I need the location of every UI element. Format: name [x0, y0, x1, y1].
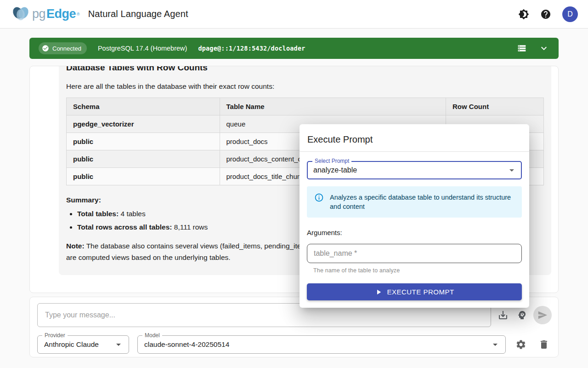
cell-schema: pgedge_vectorizer	[67, 115, 220, 133]
ai-tools-button[interactable]	[516, 310, 527, 321]
note-label: Note:	[66, 242, 85, 250]
arguments-label: Arguments:	[307, 229, 522, 236]
provider-select-value: Anthropic Claude	[44, 340, 113, 349]
prompt-description-text: Analyzes a specific database table to un…	[330, 193, 514, 211]
prompt-select[interactable]: Select Prompt analyze-table	[307, 161, 522, 179]
download-icon	[498, 310, 509, 321]
page-title: Natural Language Agent	[88, 9, 188, 19]
model-select-value: claude-sonnet-4-20250514	[144, 340, 490, 349]
summary-item-label: Total tables:	[77, 210, 119, 218]
logo-text-edge: Edge	[46, 7, 76, 21]
send-icon	[537, 310, 548, 320]
export-chat-button[interactable]	[498, 310, 509, 321]
send-button[interactable]	[533, 306, 552, 324]
column-header-row-count: Row Count	[446, 98, 544, 115]
model-select[interactable]: Model claude-sonnet-4-20250514	[137, 335, 506, 354]
arrow-dropdown-icon	[490, 339, 501, 350]
summary-item-value: 8,111 rows	[174, 223, 208, 231]
settings-button[interactable]	[515, 339, 526, 350]
summary-item-value: 4 tables	[120, 210, 145, 218]
theme-toggle-button[interactable]	[518, 9, 529, 20]
arrow-dropdown-icon	[506, 165, 517, 176]
help-button[interactable]	[540, 9, 551, 20]
table-name-input[interactable]	[307, 244, 522, 263]
execute-prompt-button[interactable]: EXECUTE PROMPT	[307, 283, 522, 300]
connection-status-label: Connected	[52, 45, 81, 52]
connection-bar: Connected PostgreSQL 17.4 (Homebrew) dpa…	[29, 38, 559, 59]
provider-select[interactable]: Provider Anthropic Claude	[37, 335, 129, 354]
clear-chat-button[interactable]	[538, 339, 549, 350]
dark-mode-icon	[518, 9, 529, 20]
execute-prompt-button-label: EXECUTE PROMPT	[387, 288, 454, 296]
app-header: pgEdge® Natural Language Agent D	[0, 0, 588, 29]
table-header-row: Schema Table Name Row Count	[67, 98, 544, 115]
provider-select-label: Provider	[42, 332, 68, 339]
server-version-label: PostgreSQL 17.4 (Homebrew)	[98, 45, 187, 52]
connection-string: dpage@::1/128:5432/docloader	[198, 45, 305, 52]
connection-collapse-button[interactable]	[538, 43, 549, 54]
chevron-down-icon	[538, 43, 549, 54]
connection-details-button[interactable]	[517, 44, 526, 53]
pgedge-logo: pgEdge®	[10, 5, 80, 23]
user-avatar[interactable]: D	[562, 6, 578, 22]
info-icon	[314, 193, 324, 211]
dialog-title: Execute Prompt	[300, 124, 529, 151]
trash-icon	[538, 339, 549, 350]
cell-schema: public	[67, 150, 220, 168]
logo-text-pg: pg	[32, 7, 45, 21]
check-circle-icon	[42, 45, 49, 52]
prompt-select-value: analyze-table	[313, 166, 506, 174]
logo-registered-mark: ®	[77, 12, 80, 17]
column-header-table-name: Table Name	[220, 98, 446, 115]
cell-schema: public	[67, 168, 220, 185]
message-heading: Database Tables with Row Counts	[66, 66, 544, 73]
summary-item-label: Total rows across all tables:	[77, 223, 172, 231]
model-select-label: Model	[142, 332, 162, 339]
cell-schema: public	[67, 133, 220, 150]
message-intro-text: Here are all the tables in the database …	[66, 82, 544, 91]
prompt-select-label: Select Prompt	[312, 158, 351, 164]
pgedge-logo-mark-icon	[10, 5, 31, 23]
arrow-dropdown-icon	[113, 339, 124, 350]
gear-icon	[515, 339, 526, 350]
execute-prompt-dialog: Execute Prompt Select Prompt analyze-tab…	[300, 124, 529, 308]
column-header-schema: Schema	[67, 98, 220, 115]
storage-icon	[517, 44, 526, 53]
table-name-helper-text: The name of the table to analyze	[313, 267, 522, 274]
prompt-description-alert: Analyzes a specific database table to un…	[307, 186, 522, 218]
psychology-icon	[516, 310, 527, 321]
connection-status-badge: Connected	[39, 42, 87, 54]
help-icon	[540, 9, 551, 20]
play-icon	[374, 288, 383, 296]
